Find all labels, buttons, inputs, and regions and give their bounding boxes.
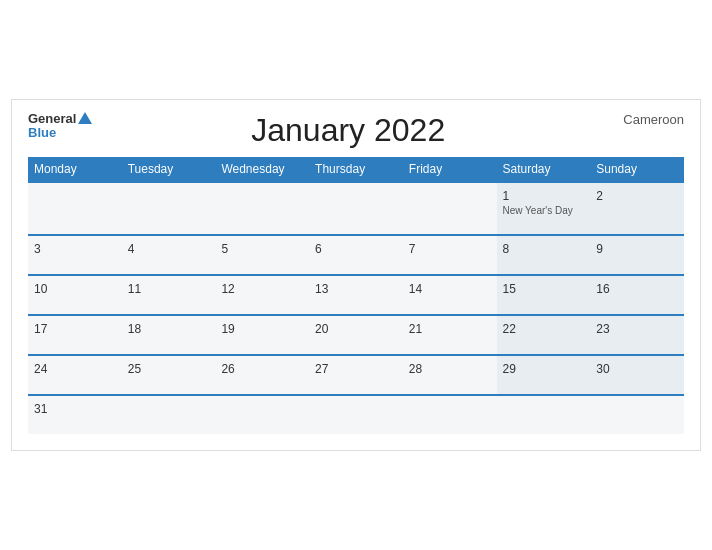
calendar-day-cell: 14 <box>403 275 497 315</box>
header-tuesday: Tuesday <box>122 157 216 182</box>
logo-general-text: General <box>28 112 92 126</box>
day-number: 20 <box>315 322 397 336</box>
day-number: 24 <box>34 362 116 376</box>
day-number: 27 <box>315 362 397 376</box>
country-label: Cameroon <box>604 112 684 127</box>
calendar-day-cell <box>590 395 684 434</box>
calendar-day-cell: 23 <box>590 315 684 355</box>
calendar-day-cell: 2 <box>590 182 684 235</box>
calendar-day-cell: 6 <box>309 235 403 275</box>
calendar-day-cell: 31 <box>28 395 122 434</box>
calendar-day-cell: 30 <box>590 355 684 395</box>
calendar-day-cell: 21 <box>403 315 497 355</box>
day-number: 14 <box>409 282 491 296</box>
day-number: 22 <box>503 322 585 336</box>
day-number: 6 <box>315 242 397 256</box>
day-event: New Year's Day <box>503 205 585 216</box>
day-number: 1 <box>503 189 585 203</box>
logo-triangle-icon <box>78 112 92 124</box>
calendar-week-row: 1New Year's Day2 <box>28 182 684 235</box>
calendar-day-cell <box>122 395 216 434</box>
calendar-week-row: 3456789 <box>28 235 684 275</box>
header-thursday: Thursday <box>309 157 403 182</box>
day-number: 31 <box>34 402 116 416</box>
calendar-day-cell: 25 <box>122 355 216 395</box>
header-monday: Monday <box>28 157 122 182</box>
calendar-week-row: 31 <box>28 395 684 434</box>
calendar-day-cell: 19 <box>215 315 309 355</box>
day-number: 16 <box>596 282 678 296</box>
calendar-header: General Blue January 2022 Cameroon <box>28 112 684 149</box>
calendar-container: General Blue January 2022 Cameroon Monda… <box>11 99 701 451</box>
calendar-day-cell: 20 <box>309 315 403 355</box>
day-number: 23 <box>596 322 678 336</box>
weekday-header-row: Monday Tuesday Wednesday Thursday Friday… <box>28 157 684 182</box>
header-wednesday: Wednesday <box>215 157 309 182</box>
calendar-day-cell <box>122 182 216 235</box>
day-number: 4 <box>128 242 210 256</box>
day-number: 5 <box>221 242 303 256</box>
header-saturday: Saturday <box>497 157 591 182</box>
day-number: 26 <box>221 362 303 376</box>
day-number: 8 <box>503 242 585 256</box>
calendar-day-cell: 8 <box>497 235 591 275</box>
calendar-day-cell: 4 <box>122 235 216 275</box>
day-number: 10 <box>34 282 116 296</box>
day-number: 13 <box>315 282 397 296</box>
calendar-day-cell <box>497 395 591 434</box>
calendar-day-cell <box>28 182 122 235</box>
day-number: 12 <box>221 282 303 296</box>
day-number: 21 <box>409 322 491 336</box>
calendar-day-cell <box>215 182 309 235</box>
calendar-day-cell: 13 <box>309 275 403 315</box>
calendar-day-cell: 1New Year's Day <box>497 182 591 235</box>
day-number: 17 <box>34 322 116 336</box>
day-number: 3 <box>34 242 116 256</box>
calendar-day-cell: 7 <box>403 235 497 275</box>
logo-blue-text: Blue <box>28 126 56 140</box>
day-number: 11 <box>128 282 210 296</box>
calendar-day-cell: 9 <box>590 235 684 275</box>
calendar-day-cell: 18 <box>122 315 216 355</box>
day-number: 30 <box>596 362 678 376</box>
header-friday: Friday <box>403 157 497 182</box>
day-number: 28 <box>409 362 491 376</box>
calendar-day-cell <box>309 395 403 434</box>
day-number: 29 <box>503 362 585 376</box>
calendar-week-row: 10111213141516 <box>28 275 684 315</box>
calendar-day-cell <box>403 182 497 235</box>
calendar-week-row: 17181920212223 <box>28 315 684 355</box>
calendar-day-cell: 27 <box>309 355 403 395</box>
calendar-table: Monday Tuesday Wednesday Thursday Friday… <box>28 157 684 434</box>
calendar-day-cell: 28 <box>403 355 497 395</box>
day-number: 19 <box>221 322 303 336</box>
day-number: 25 <box>128 362 210 376</box>
calendar-day-cell: 3 <box>28 235 122 275</box>
day-number: 9 <box>596 242 678 256</box>
calendar-day-cell: 17 <box>28 315 122 355</box>
day-number: 2 <box>596 189 678 203</box>
calendar-day-cell: 5 <box>215 235 309 275</box>
header-sunday: Sunday <box>590 157 684 182</box>
calendar-week-row: 24252627282930 <box>28 355 684 395</box>
calendar-day-cell: 10 <box>28 275 122 315</box>
calendar-day-cell: 26 <box>215 355 309 395</box>
calendar-title: January 2022 <box>92 112 604 149</box>
logo-area: General Blue <box>28 112 92 141</box>
day-number: 15 <box>503 282 585 296</box>
day-number: 18 <box>128 322 210 336</box>
calendar-day-cell: 11 <box>122 275 216 315</box>
calendar-day-cell: 29 <box>497 355 591 395</box>
calendar-day-cell: 24 <box>28 355 122 395</box>
day-number: 7 <box>409 242 491 256</box>
calendar-day-cell <box>403 395 497 434</box>
calendar-day-cell: 15 <box>497 275 591 315</box>
calendar-day-cell: 16 <box>590 275 684 315</box>
calendar-day-cell: 22 <box>497 315 591 355</box>
calendar-day-cell <box>215 395 309 434</box>
calendar-day-cell <box>309 182 403 235</box>
calendar-day-cell: 12 <box>215 275 309 315</box>
